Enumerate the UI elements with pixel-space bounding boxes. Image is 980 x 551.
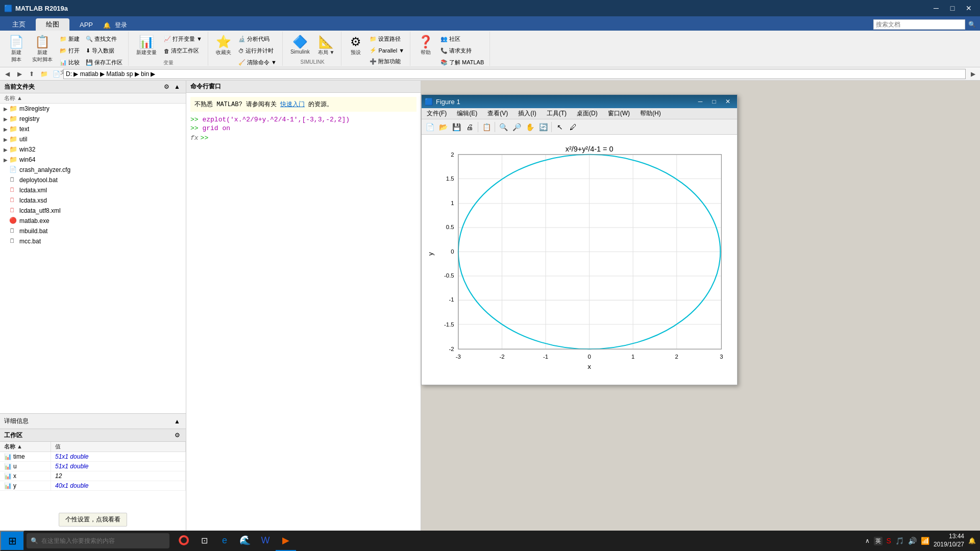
list-item[interactable]: 🗒 lcdata.xml [0, 185, 186, 195]
compare-button[interactable]: 📊 比较 [57, 57, 82, 68]
save-workspace-button[interactable]: 💾 保存工作区 [83, 57, 125, 68]
maximize-button[interactable]: □ [945, 3, 960, 14]
expand-registry[interactable]: ▶ [2, 115, 9, 122]
list-item[interactable]: ▶ 📁 m3iregistry [0, 104, 186, 114]
fig-menu-help[interactable]: 帮助(H) [635, 108, 666, 119]
workspace-row-y[interactable]: 📊 y 40x1 double [0, 481, 186, 491]
taskbar-search-input[interactable] [41, 537, 165, 544]
list-item[interactable]: ▶ 📁 registry [0, 114, 186, 124]
fig-menu-insert[interactable]: 插入(I) [513, 108, 541, 119]
nav-refresh-button[interactable]: 📄 [51, 69, 61, 79]
quick-start-link[interactable]: 快速入门 [280, 101, 305, 108]
search-icon[interactable]: 🔍 [968, 21, 976, 28]
search-input[interactable] [873, 19, 965, 30]
personalize-button[interactable]: 个性设置，点我看看 [59, 513, 127, 527]
list-item[interactable]: 🗒 mbuild.bat [0, 226, 186, 236]
tab-plot[interactable]: 绘图 [36, 18, 69, 31]
expand-text[interactable]: ▶ [2, 126, 9, 133]
taskbar-app-cortana[interactable]: ⭕ [174, 531, 194, 551]
taskbar-app-browser[interactable]: 🌊 [235, 531, 255, 551]
layout-button[interactable]: 📐 布局 ▼ [314, 34, 338, 58]
community-button[interactable]: 👥 社区 [438, 34, 486, 44]
analyze-code-button[interactable]: 🔬 分析代码 [236, 34, 279, 44]
list-item[interactable]: 🔴 matlab.exe [0, 216, 186, 226]
fig-menu-tools[interactable]: 工具(T) [542, 108, 572, 119]
tray-s-icon[interactable]: S [887, 537, 891, 545]
list-item[interactable]: ▶ 📁 util [0, 134, 186, 144]
new-variable-button[interactable]: 📊 新建变量 [133, 34, 160, 58]
fig-tool-cursor[interactable]: ↖ [554, 121, 566, 133]
command-window-content[interactable]: 不熟悉 MATLAB? 请参阅有关 快速入门 的资源。 >> ezplot('x… [186, 93, 421, 531]
panel-expand-button[interactable]: ▲ [173, 82, 182, 91]
fig-tool-print[interactable]: 🖨 [463, 121, 476, 133]
nav-forward-button[interactable]: ▶ [14, 69, 24, 79]
taskbar-app-taskview[interactable]: ⊡ [194, 531, 214, 551]
fig-tool-copy[interactable]: 📋 [480, 121, 493, 133]
taskbar-app-edge[interactable]: e [214, 531, 235, 551]
list-item[interactable]: 🗒 deploytool.bat [0, 175, 186, 185]
list-item[interactable]: ▶ 📁 win32 [0, 144, 186, 155]
simulink-button[interactable]: 🔷 Simulink [287, 34, 313, 57]
new-script-button[interactable]: 📄 新建脚本 [5, 34, 28, 65]
set-path-button[interactable]: 📁 设置路径 [367, 34, 407, 44]
tray-lang-icon[interactable]: 英 [874, 537, 883, 545]
list-item[interactable]: ▶ 📁 text [0, 124, 186, 134]
fig-menu-view[interactable]: 查看(V) [482, 108, 513, 119]
expand-m3iregistry[interactable]: ▶ [2, 105, 9, 112]
fig-close-button[interactable]: ✕ [722, 97, 734, 106]
preferences-button[interactable]: ⚙ 预设 [346, 34, 366, 58]
list-item[interactable]: 🗒 lcdata.xsd [0, 195, 186, 206]
login-label[interactable]: 登录 [115, 21, 127, 30]
parallel-button[interactable]: ⚡ Parallel ▼ [367, 45, 407, 55]
fig-tool-zoom-in[interactable]: 🔍 [497, 121, 509, 133]
start-button[interactable]: ⊞ [0, 531, 24, 551]
fig-tool-rotate[interactable]: 🔄 [537, 121, 549, 133]
import-button[interactable]: ⬇ 导入数据 [83, 45, 125, 56]
details-expand-button[interactable]: ▲ [173, 417, 182, 426]
notification-bell[interactable]: 🔔 [968, 537, 976, 544]
nav-back-button[interactable]: ◀ [2, 69, 12, 79]
nav-up-button[interactable]: ⬆ [27, 69, 37, 79]
tray-sound-icon[interactable]: 🔊 [908, 537, 917, 545]
addr-go-button[interactable]: ▶ [968, 69, 978, 79]
minimize-button[interactable]: ─ [929, 3, 943, 14]
fig-tool-pan[interactable]: ✋ [524, 121, 536, 133]
taskbar-app-matlab[interactable]: ▶ [276, 531, 296, 551]
tab-home[interactable]: 主页 [2, 18, 36, 31]
fig-menu-edit[interactable]: 编辑(E) [452, 108, 482, 119]
fig-tool-zoom-out[interactable]: 🔎 [510, 121, 523, 133]
fig-maximize-button[interactable]: □ [708, 97, 720, 106]
nav-folder-button[interactable]: 📁 [39, 69, 49, 79]
fig-tool-open[interactable]: 📂 [437, 121, 449, 133]
taskbar-app-word[interactable]: W [255, 531, 276, 551]
find-file-button[interactable]: 🔍 查找文件 [83, 34, 125, 44]
fig-menu-window[interactable]: 窗口(W) [603, 108, 635, 119]
clear-workspace-button[interactable]: 🗑 清空工作区 [161, 45, 205, 56]
list-item[interactable]: 📄 crash_analyzer.cfg [0, 165, 186, 175]
help-button[interactable]: ❓ 帮助 [414, 34, 437, 58]
expand-win32[interactable]: ▶ [2, 146, 9, 153]
tray-up-icon[interactable]: ∧ [865, 537, 870, 544]
fig-menu-file[interactable]: 文件(F) [422, 108, 452, 119]
address-path-input[interactable] [63, 69, 966, 79]
fig-menu-desktop[interactable]: 桌面(D) [572, 108, 603, 119]
tray-music-icon[interactable]: 🎵 [895, 537, 904, 545]
list-item[interactable]: 🗒 mcc.bat [0, 236, 186, 246]
tab-app[interactable]: APP [69, 18, 103, 31]
request-support-button[interactable]: 📞 请求支持 [438, 45, 486, 56]
run-time-button[interactable]: ⏱ 运行并计时 [236, 45, 279, 56]
new-live-script-button[interactable]: 📋 新建实时脚本 [29, 34, 56, 65]
fig-tool-save[interactable]: 💾 [450, 121, 462, 133]
fig-minimize-button[interactable]: ─ [694, 97, 706, 106]
expand-util[interactable]: ▶ [2, 136, 9, 143]
taskbar-clock[interactable]: 13:44 2019/10/27 [934, 533, 964, 548]
workspace-row-u[interactable]: 📊 u 51x1 double [0, 462, 186, 471]
expand-win64[interactable]: ▶ [2, 156, 9, 163]
list-item[interactable]: 🗒 lcdata_utf8.xml [0, 206, 186, 216]
taskbar-search[interactable]: 🔍 [27, 533, 169, 548]
fig-tool-new[interactable]: 📄 [424, 121, 436, 133]
notification-icon[interactable]: 🔔 [103, 22, 111, 29]
panel-settings-button[interactable]: ⚙ [162, 82, 171, 91]
workspace-settings-button[interactable]: ⚙ [173, 431, 182, 440]
open-variable-button[interactable]: 📈 打开变量 ▼ [161, 34, 205, 44]
